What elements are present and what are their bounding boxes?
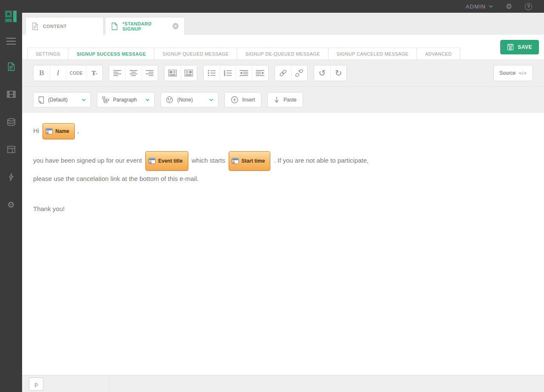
outdent-button[interactable] [236,65,252,81]
italic-button[interactable]: I [50,65,66,81]
redo-icon: ↻ [335,69,342,77]
insert-button[interactable]: Insert [224,92,261,107]
sidebar-item-actions[interactable] [6,172,16,182]
toolbar-row-2: (Default) Paragraph (None) [22,86,544,113]
subtab-signup-queued-message[interactable]: SIGNUP QUEUED MESSAGE [154,48,237,59]
color-value: (None) [177,97,193,103]
film-icon [7,90,16,98]
name-token[interactable]: Name [42,123,75,139]
subtab-signup-success-message[interactable]: SIGNUP SUCCESS MESSAGE [68,48,154,59]
top-bar: ADMIN ⚙ ? [0,0,544,13]
settings-gear-icon[interactable]: ⚙ [506,3,512,10]
align-left-button[interactable] [109,65,125,81]
greeting-comma: , [77,127,79,134]
indent-button[interactable] [252,65,268,81]
align-right-button[interactable] [142,65,158,81]
template-page-icon [38,96,44,104]
sidebar-item-layout[interactable] [6,145,16,154]
closing-paragraph: Thank you! [33,204,533,214]
paragraph-format-value: Paragraph [113,97,137,103]
field-token-icon [232,158,239,164]
document-tabstrip: CONTENT *STANDARD SIGNUP [22,13,544,35]
database-icon [7,118,16,126]
rich-text-editor[interactable]: Hi Name , you have been signed up for ou… [22,113,544,375]
outdent-icon [240,70,248,76]
event-title-token[interactable]: Event title [145,151,188,171]
main-area: CONTENT *STANDARD SIGNUP SAVE SETTINGS S… [22,13,544,392]
bulleted-list-button[interactable] [204,65,220,81]
chevron-down-icon [145,99,150,102]
code-brackets-icon: </> [519,71,527,76]
code-button[interactable]: CODE [66,65,86,81]
admin-menu[interactable]: ADMIN [466,3,493,10]
align-center-button[interactable] [125,65,142,81]
insert-label: Insert [242,97,255,103]
structure-icon [102,96,109,103]
tab-content[interactable]: CONTENT [26,17,104,35]
save-button[interactable]: SAVE [500,40,539,54]
color-dropdown[interactable]: (None) [161,92,218,107]
unlink-button[interactable] [291,65,307,81]
subtab-signup-canceled-message[interactable]: SIGNUP CANCELED MESSAGE [328,48,417,59]
link-button[interactable] [275,65,291,81]
token-label: Name [55,125,69,138]
editor-status-bar: p [22,375,544,392]
down-arrow-icon [274,96,280,104]
sidebar-item-content[interactable] [6,62,16,71]
subtab-signup-de-queued-message[interactable]: SIGNUP DE-QUEUED MESSAGE [237,48,329,59]
numbered-list-icon: 123 [224,70,232,76]
undo-icon: ↺ [319,69,326,77]
redo-button[interactable]: ↻ [330,65,346,81]
save-label: SAVE [518,44,532,50]
sidebar: ⚙ [0,0,22,392]
editor-header: SAVE SETTINGS SIGNUP SUCCESS MESSAGE SIG… [22,35,544,59]
sidebar-item-settings[interactable]: ⚙ [6,200,16,209]
chevron-down-icon [82,99,86,102]
document-icon [111,23,118,30]
sidebar-item-data[interactable] [6,117,16,127]
object-align-left-button[interactable] [164,65,181,81]
tab-label: CONTENT [43,24,67,29]
source-label: Source [499,70,516,76]
bulleted-list-icon [208,70,215,76]
save-floppy-icon [507,44,514,51]
start-time-token[interactable]: Start time [229,151,270,171]
remove-format-button[interactable]: T- [86,65,102,81]
menu-toggle-icon[interactable] [6,38,16,47]
style-dropdown[interactable]: (Default) [33,92,91,107]
document-icon [32,23,38,30]
layout-icon [7,146,15,153]
paragraph-format-dropdown[interactable]: Paragraph [97,92,155,107]
message-subtabs: SETTINGS SIGNUP SUCCESS MESSAGE SIGNUP Q… [27,48,460,59]
subtab-advanced[interactable]: ADVANCED [416,48,460,59]
paste-button[interactable]: Paste [267,92,303,107]
chevron-down-icon [209,99,213,102]
tab-standard-signup[interactable]: *STANDARD SIGNUP [105,17,185,35]
subtab-settings[interactable]: SETTINGS [27,48,68,59]
image-left-icon [168,70,177,76]
align-left-icon [113,70,121,76]
svg-text:3: 3 [224,74,225,76]
object-align-right-button[interactable] [181,65,197,81]
bold-button[interactable]: B [34,65,50,81]
sidebar-item-media[interactable] [6,90,16,99]
help-icon[interactable]: ? [525,3,532,10]
token-label: Event title [158,153,182,169]
body-paragraph-line1: you have been signed up for our event Ev… [33,151,533,171]
field-token-icon [148,158,156,164]
numbered-list-button[interactable]: 123 [220,65,236,81]
close-icon[interactable] [173,23,178,29]
source-button[interactable]: Source </> [494,65,533,81]
circle-plus-icon [231,96,238,104]
editor-toolbar: B I CODE T- [22,59,544,113]
undo-button[interactable]: ↺ [314,65,330,81]
unlink-icon [295,69,303,77]
style-value: (Default) [48,97,68,103]
element-path-button[interactable]: p [29,378,43,391]
body-paragraph-line2: please use the cancelation link at the b… [33,171,533,187]
palette-icon [166,96,173,104]
gear-icon: ⚙ [7,200,15,209]
image-right-icon [184,70,193,76]
token-label: Start time [241,153,265,169]
paste-label: Paste [283,97,297,103]
